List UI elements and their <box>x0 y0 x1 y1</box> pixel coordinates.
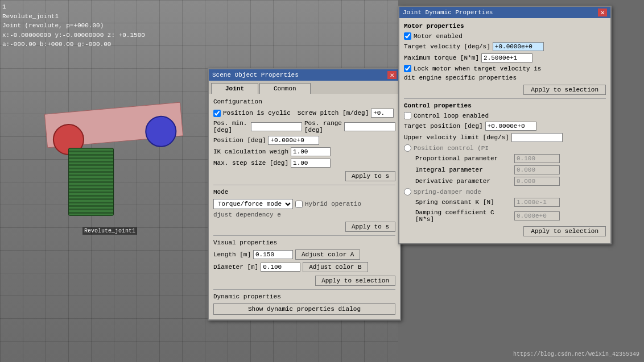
position-input[interactable] <box>268 136 319 145</box>
pos-min-row: Pos. min. [deg] Pos. range [deg] <box>213 120 395 134</box>
max-torque-label: Maximum torque [N*m] <box>404 55 479 61</box>
integral-input[interactable] <box>514 165 560 174</box>
proportional-row: Proportional parameter <box>404 154 606 163</box>
joint-dialog-titlebar: Joint Dynamic Properties ✕ <box>399 7 610 18</box>
position-label: Position [deg] <box>213 137 266 144</box>
spring-k-input[interactable] <box>514 198 560 207</box>
max-step-input[interactable] <box>291 159 331 168</box>
viewport-line-4: x:-0.00000000 y:-0.00000000 z: +0.1500 <box>2 31 145 40</box>
position-cyclic-checkbox[interactable] <box>213 110 221 117</box>
control-apply-row: Apply to selection <box>404 226 606 236</box>
joint-dialog-close-button[interactable]: ✕ <box>598 9 607 16</box>
screw-pitch-input[interactable] <box>371 109 394 118</box>
scene-dialog-content: Configuration Position is cyclic Screw p… <box>209 94 400 319</box>
pos-min-input[interactable] <box>251 122 302 131</box>
target-position-label: Target position [deg] <box>404 123 483 130</box>
scene-dialog-titlebar: Scene Object Properties ✕ <box>209 69 400 81</box>
lock-motor-label: Lock motor when target velocity is <box>414 65 541 72</box>
position-cyclic-row: Position is cyclic Screw pitch [m/deg] <box>213 109 395 118</box>
viewport-line-1: 1 <box>2 2 145 12</box>
spring-damper-label: Spring-damper mode <box>414 189 481 195</box>
configuration-header: Configuration <box>213 98 395 105</box>
control-loop-label: Control loop enabled <box>414 113 489 119</box>
pos-min-label: Pos. min. [deg] <box>213 120 249 134</box>
target-position-input[interactable] <box>485 122 536 131</box>
length-input[interactable] <box>253 250 293 259</box>
joint-dialog-content: Motor properties Motor enabled Target ve… <box>399 18 610 243</box>
max-step-label: Max. step size [deg] <box>213 160 288 167</box>
mesh-base <box>68 148 114 216</box>
control-loop-checkbox[interactable] <box>404 112 411 119</box>
visual-apply-row: Apply to selection <box>213 276 395 286</box>
ik-weight-label: IK calculation weigh <box>213 148 288 155</box>
max-torque-input[interactable] <box>481 53 532 63</box>
visual-header: Visual properties <box>213 239 395 246</box>
joint-dialog: Joint Dynamic Properties ✕ Motor propert… <box>398 6 612 244</box>
scene-dialog-title-text: Scene Object Properties <box>212 72 299 78</box>
diameter-input[interactable] <box>261 263 300 272</box>
tab-joint[interactable]: Joint <box>211 83 258 94</box>
diameter-row: Diameter [m] Adjust color B <box>213 262 395 272</box>
length-row: Length [m] Adjust color A <box>213 249 395 260</box>
spring-k-label: Spring constant K [N] <box>415 199 512 206</box>
proportional-input[interactable] <box>514 154 560 163</box>
position-row: Position [deg] <box>213 136 395 145</box>
visual-apply-button[interactable]: Apply to selection <box>315 276 395 286</box>
engine-specific-label: dit engine specific properties <box>404 74 517 81</box>
control-apply-button[interactable]: Apply to selection <box>523 226 606 236</box>
derivative-input[interactable] <box>514 177 560 186</box>
mode-apply-button[interactable]: Apply to s <box>345 222 395 232</box>
dependency-label: djust dependency e <box>213 211 281 218</box>
motor-enabled-checkbox[interactable] <box>404 32 411 40</box>
damping-input[interactable] <box>514 211 560 220</box>
screw-pitch-label: Screw pitch [m/deg] <box>298 110 369 116</box>
motor-section-label: Motor properties <box>404 23 606 30</box>
robot-mesh: Revolute_joint1 <box>34 91 216 216</box>
mesh-joint-right <box>144 115 178 149</box>
mode-row: Torque/force mode Hybrid operatio <box>213 199 395 209</box>
target-velocity-input[interactable] <box>493 42 544 51</box>
derivative-row: Derivative parameter <box>404 177 606 186</box>
position-cyclic-label: Position is cyclic <box>223 110 291 116</box>
viewport-line-3: Joint (revolute, p=+000.00) <box>2 21 145 31</box>
mode-header: Mode <box>213 189 395 195</box>
tab-common[interactable]: Common <box>259 83 311 94</box>
mode-select[interactable]: Torque/force mode <box>213 199 293 209</box>
max-torque-row: Maximum torque [N*m] <box>404 53 606 63</box>
motor-apply-button[interactable]: Apply to selection <box>523 85 606 95</box>
upper-velocity-row: Upper velocity limit [deg/s] <box>404 133 606 142</box>
control-loop-row: Control loop enabled <box>404 112 606 119</box>
integral-label: Integral parameter <box>415 167 512 173</box>
position-control-radio[interactable] <box>404 144 411 152</box>
upper-velocity-input[interactable] <box>511 133 563 142</box>
ik-weight-row: IK calculation weigh <box>213 147 395 156</box>
spring-damper-radio[interactable] <box>404 188 411 195</box>
engine-specific-row: dit engine specific properties <box>404 74 606 81</box>
position-control-label: Position control (PI <box>414 145 489 152</box>
mesh-label: Revolute_joint1 <box>82 227 137 235</box>
ik-weight-input[interactable] <box>291 147 331 156</box>
target-position-row: Target position [deg] <box>404 122 606 131</box>
length-label: Length [m] <box>213 251 251 258</box>
max-step-row: Max. step size [deg] <box>213 159 395 168</box>
scene-dialog-tabs: Joint Common <box>209 81 400 94</box>
derivative-label: Derivative parameter <box>415 178 512 185</box>
joint-dialog-title-text: Joint Dynamic Properties <box>403 9 493 16</box>
viewport-line-5: a:-000.00 b:+000.00 g:-000.00 <box>2 40 145 49</box>
target-velocity-row: Target velocity [deg/s] <box>404 42 606 51</box>
spring-damper-row: Spring-damper mode <box>404 188 606 195</box>
scene-dialog: Scene Object Properties ✕ Joint Common C… <box>208 68 401 321</box>
integral-row: Integral parameter <box>404 165 606 174</box>
adjust-color-a-button[interactable]: Adjust color A <box>295 249 360 260</box>
adjust-color-b-button[interactable]: Adjust color B <box>303 262 368 272</box>
pos-range-input[interactable] <box>344 122 395 131</box>
lock-motor-checkbox[interactable] <box>404 65 411 72</box>
viewport-info: 1 Revolute_joint1 Joint (revolute, p=+00… <box>2 2 145 49</box>
upper-velocity-label: Upper velocity limit [deg/s] <box>404 134 509 141</box>
config-apply-button[interactable]: Apply to s <box>345 171 395 181</box>
show-dynamic-button[interactable]: Show dynamic properties dialog <box>213 303 395 315</box>
config-apply-row: Apply to s <box>213 171 395 181</box>
scene-dialog-close-button[interactable]: ✕ <box>387 71 397 79</box>
pos-range-label: Pos. range [deg] <box>304 120 342 134</box>
hybrid-checkbox[interactable] <box>295 201 303 208</box>
